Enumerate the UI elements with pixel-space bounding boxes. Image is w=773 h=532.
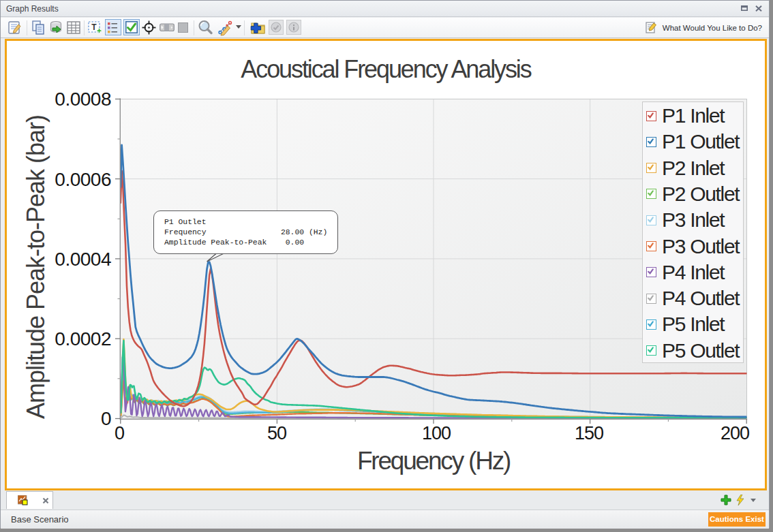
svg-text:T: T: [91, 22, 97, 32]
